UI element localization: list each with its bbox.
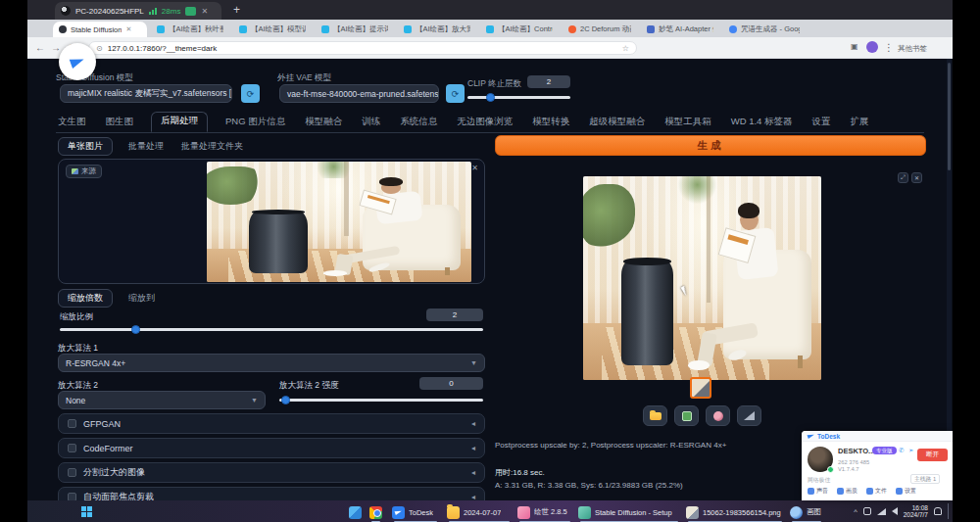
accordion-auto-focal-crop[interactable]: 自动面部焦点剪裁 ◂: [58, 487, 485, 500]
subtab-batch-from-directory[interactable]: 批量处理文件夹: [179, 138, 245, 155]
auto-focal-crop-checkbox[interactable]: [68, 493, 76, 500]
resize-slider[interactable]: [60, 325, 483, 334]
disconnect-button[interactable]: 断开: [917, 449, 948, 461]
close-session-icon[interactable]: ✕: [201, 7, 208, 16]
tab-extensions[interactable]: 扩展: [849, 114, 871, 132]
profile-avatar[interactable]: [866, 41, 878, 53]
sd-model-dropdown[interactable]: majicMIX realistic 麦橘写实_v7.safetensors […: [60, 84, 232, 103]
clear-source-icon[interactable]: ✕: [471, 164, 478, 172]
url-bar[interactable]: ⊙ 127.0.0.1:7860/?__theme=dark ☆: [88, 41, 637, 55]
tab-scale-by[interactable]: 缩放倍数: [58, 289, 113, 308]
other-bookmarks[interactable]: 其他书签: [898, 44, 927, 54]
browser-tab[interactable]: 【AI绘画】放大算法对比测试 - 哔哩哔哩: [398, 22, 476, 37]
new-session-button[interactable]: +: [233, 3, 240, 17]
tab-infinite-image-browser[interactable]: 无边图像浏览: [455, 114, 514, 132]
forward-icon[interactable]: →: [51, 42, 61, 53]
task-view-button[interactable]: [349, 504, 362, 520]
source-image-dropzone[interactable]: 来源 ✕: [58, 159, 485, 284]
open-folder-button[interactable]: [643, 405, 667, 426]
back-icon[interactable]: ←: [35, 42, 45, 53]
close-gallery-icon[interactable]: ✕: [911, 172, 922, 183]
tab-img2img[interactable]: 图生图: [104, 114, 136, 132]
browser-menu-icon[interactable]: ⋮: [884, 42, 894, 53]
tab-wd-tagger[interactable]: WD 1.4 标签器: [729, 114, 795, 132]
device-id: 262 376 485: [838, 459, 869, 465]
tab-close-icon[interactable]: ✕: [125, 25, 131, 33]
sound-action[interactable]: 声音: [808, 487, 828, 496]
vae-dropdown[interactable]: vae-ft-mse-840000-ema-pruned.safetensors…: [279, 84, 439, 103]
subtab-batch-process[interactable]: 批量处理: [126, 138, 166, 155]
taskbar-clock[interactable]: 16:08 2024/7/7: [904, 504, 928, 518]
refresh-vae-button[interactable]: ⟳: [446, 84, 465, 103]
clip-skip-value[interactable]: 2: [527, 75, 570, 88]
tab-checkpoint-merger[interactable]: 模型融合: [303, 114, 344, 132]
tab-extras[interactable]: 后期处理: [151, 112, 208, 132]
split-oversized-checkbox[interactable]: [68, 468, 76, 477]
quality-action[interactable]: 画质: [837, 487, 858, 496]
gallery-thumbnail[interactable]: [690, 377, 711, 399]
tab-scale-to[interactable]: 缩放到: [126, 290, 157, 307]
show-desktop-strip[interactable]: [948, 503, 950, 519]
tab-model-toolkit[interactable]: 模型工具箱: [662, 114, 713, 132]
palette-button[interactable]: [706, 405, 730, 426]
bookmark-star-icon[interactable]: ☆: [622, 44, 629, 53]
tab-png-info[interactable]: PNG 图片信息: [223, 114, 287, 132]
tray-monitor-icon[interactable]: [863, 507, 871, 515]
tab-train[interactable]: 训练: [360, 114, 382, 132]
save-button[interactable]: [674, 405, 699, 426]
resize-label: 缩放比例: [60, 311, 93, 323]
volume-icon[interactable]: [892, 507, 898, 515]
refresh-sd-model-button[interactable]: ⟳: [241, 84, 260, 103]
browser-tab[interactable]: 【AI绘画】ControlNet 使用教程 - 哔哩哔哩: [480, 22, 559, 37]
side-panel-icon[interactable]: ▣: [851, 42, 858, 51]
start-button[interactable]: [81, 506, 92, 517]
gfpgan-checkbox[interactable]: [68, 419, 76, 428]
taskbar-png-viewer[interactable]: 15062-1983566154.png: [686, 504, 784, 520]
upscaler2-strength-value[interactable]: 0: [419, 377, 483, 390]
taskbar-launcher[interactable]: 绘世 2.8.5: [517, 504, 572, 520]
tab-super-merger[interactable]: 超级模型融合: [587, 114, 647, 132]
notification-bell-icon[interactable]: [934, 507, 942, 515]
file-transfer-action[interactable]: 文件: [866, 487, 887, 496]
todesk-floating-ball[interactable]: [59, 43, 96, 80]
remote-session-tab[interactable]: PC-20240625HFPL 28ms ✕: [55, 2, 221, 20]
subtab-single-image[interactable]: 单张图片: [58, 137, 113, 156]
browser-tab[interactable]: 【AI绘画】秋叶整合包安装教程 - 哔哩哔哩: [151, 22, 229, 37]
resize-value[interactable]: 2: [426, 308, 483, 321]
taskbar-chrome[interactable]: [369, 504, 382, 520]
browser-tab[interactable]: 【AI绘画】模型训练入门教程 - 哔哩哔哩: [233, 22, 312, 37]
taskbar-sd-console[interactable]: Stable Diffusion - Setup: [578, 504, 680, 520]
clip-skip-slider[interactable]: [467, 93, 570, 102]
codeformer-checkbox[interactable]: [68, 444, 76, 452]
tray-expand-icon[interactable]: ^: [854, 507, 858, 516]
expand-gallery-icon[interactable]: ⤢: [898, 172, 908, 183]
upscaler2-dropdown[interactable]: None▼: [58, 391, 266, 409]
accordion-gfpgan[interactable]: GFPGAN ◂: [58, 413, 485, 434]
settings-action[interactable]: 设置: [896, 487, 916, 496]
browser-tab[interactable]: 【AI绘画】提示词进阶教程 - 哔哩哔哩: [316, 22, 394, 37]
upscaler2-strength-slider[interactable]: [279, 396, 483, 404]
taskbar-todesk[interactable]: ToDesk: [392, 504, 439, 520]
tab-txt2img[interactable]: 文生图: [56, 114, 88, 132]
wifi-icon[interactable]: [877, 508, 886, 515]
browser-tab[interactable]: 妙笔 AI-Adapter 使用指南: [641, 22, 719, 37]
accordion-split-oversized[interactable]: 分割过大的图像 ◂: [58, 462, 485, 483]
generate-button[interactable]: 生成: [495, 135, 926, 156]
tab-settings[interactable]: 设置: [810, 114, 833, 132]
taskbar-paint[interactable]: 画图: [790, 504, 823, 520]
browser-tab-active[interactable]: Stable Diffusion ✕: [53, 22, 147, 37]
chat-icon[interactable]: ➣: [908, 447, 913, 454]
browser-tab[interactable]: 2C Deforum 动画教程: [563, 22, 637, 37]
voice-call-icon[interactable]: ✆: [899, 447, 904, 454]
site-info-icon[interactable]: ⊙: [96, 44, 103, 53]
route-chip[interactable]: 主线路 1: [910, 474, 940, 484]
tab-model-converter[interactable]: 模型转换: [530, 114, 571, 132]
accordion-codeformer[interactable]: CodeFormer ◂: [58, 438, 485, 458]
taskbar-folder[interactable]: 2024-07-07: [447, 504, 512, 520]
browser-tab[interactable]: 咒语生成器 - Google 搜索: [723, 22, 806, 37]
upscaler1-dropdown[interactable]: R-ESRGAN 4x+▼: [58, 354, 485, 372]
tab-system-info[interactable]: 系统信息: [398, 114, 439, 132]
ruler-button[interactable]: [737, 405, 761, 426]
output-image[interactable]: [583, 176, 821, 380]
todesk-panel[interactable]: ToDesk DESKTO... 专业版 ✆ ➣ 262 376 485 V1.…: [802, 431, 953, 500]
